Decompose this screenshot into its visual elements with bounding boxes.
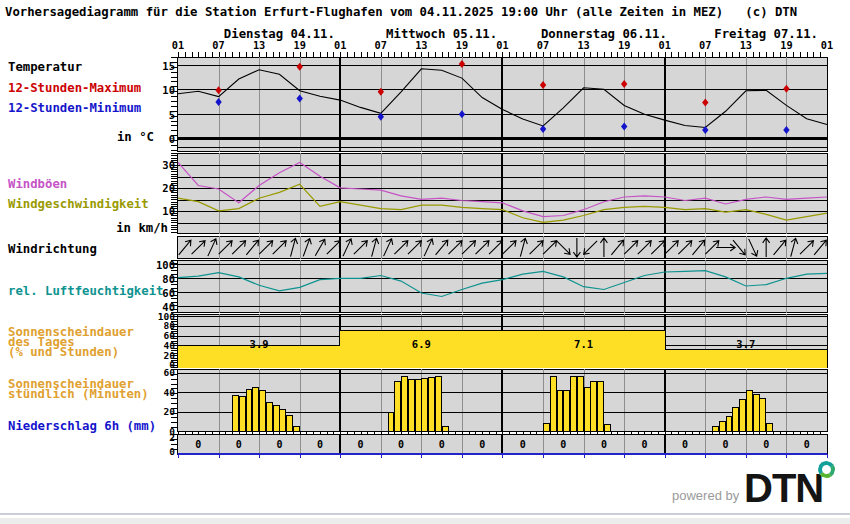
y-tick-label: 60 [133,287,175,299]
label-wind-unit: in km/h [0,223,168,233]
gridline-6h [786,260,787,313]
label-sonnenschein-std-2: stündlich (Minuten) [8,389,149,399]
gridline-6h [219,434,220,453]
sunshine-daily-hours-label: 6.9 [412,338,431,350]
sunshine-hourly-bar [435,376,442,431]
h-gridline [178,137,827,140]
gridline-6h [746,260,747,313]
y-tick-label: 20 [133,406,175,417]
precip-6h-value: 0 [594,439,614,450]
h-gridline [178,177,827,178]
hour-tick-label: 07 [537,39,549,51]
day-boundary-line [339,260,341,313]
hour-tick-label: 01 [172,39,184,51]
gridline-6h [543,260,544,313]
day-boundary-line [664,236,666,259]
gridline-6h [300,236,301,259]
h-gridline [178,392,827,393]
label-windgeschwindigkeit: Windgeschwindigkeit [8,199,149,209]
h-gridline [178,264,827,265]
label-12h-minimum: 12-Stunden-Minimum [8,103,141,113]
precip-6h-value: 0 [797,439,817,450]
precip-6h-value: 0 [716,439,736,450]
day-boundary-line [664,369,666,432]
y-tick-label: 60 [133,367,175,378]
hour-tick-label: 19 [456,39,468,51]
hour-tick-label: 07 [212,39,224,51]
y-tick-label: 10 [133,84,175,96]
label-windrichtung: Windrichtung [8,244,97,254]
gridline-6h [786,236,787,259]
hour-tick-label: 01 [334,39,346,51]
precip-6h-value: 0 [391,439,411,450]
h-gridline [178,165,827,166]
hour-tick-label: 07 [699,39,711,51]
day-label: Donnerstag 06.11. [541,27,667,41]
label-sonnenschein-tag-3: (% und Stunden) [8,347,119,357]
h-gridline [178,306,827,307]
y-tick-label: 15 [133,60,175,72]
h-gridline [178,316,827,317]
precip-6h-value: 0 [756,439,776,450]
label-temp-unit: in °C [0,132,154,142]
hour-tick-label: 01 [659,39,671,51]
h-gridline [178,114,827,115]
sunshine-daily-bar [665,349,827,368]
day-boundary-line [501,260,503,313]
gridline-6h [421,260,422,313]
day-label: Freitag 07.11. [714,27,818,41]
precip-6h-value: 0 [269,439,289,450]
dtn-logo: DTN [744,466,823,511]
precip-6h-value: 0 [675,439,695,450]
gridline-6h [259,434,260,453]
y-tick-label: 30 [133,159,175,171]
day-boundary-line [501,369,503,432]
footer-divider [0,513,850,515]
gridline-6h [705,369,706,432]
gridline-6h [381,369,382,432]
sunshine-daily-hours-label: 3.9 [250,338,269,350]
gridline-6h [786,369,787,432]
gridline-6h [543,434,544,453]
gridline-6h [705,236,706,259]
sunshine-daily-hours-label: 3.7 [736,338,755,350]
gridline-6h [381,236,382,259]
hour-tick-label: 13 [253,39,265,51]
precip-6h-value: 0 [229,439,249,450]
h-gridline [178,373,827,374]
y-tick-label: 10 [133,205,175,217]
meteogram: Vorhersagediagramm für die Station Erfur… [0,0,850,524]
gridline-6h [543,236,544,259]
h-gridline [178,65,827,66]
gridline-6h [584,260,585,313]
precip-6h-value: 0 [472,439,492,450]
gridline-6h [584,434,585,453]
day-boundary-line [339,236,341,259]
label-windboeen: Windböen [8,179,67,189]
gridline-6h [786,434,787,453]
h-gridline [178,147,827,148]
hour-tick-label: 13 [740,39,752,51]
h-gridline [178,200,827,201]
h-gridline [178,326,827,327]
hour-tick-label: 19 [293,39,305,51]
sunshine-hour-ticks [178,432,827,435]
sunshine-hourly-bar [604,424,611,431]
gridline-6h [462,260,463,313]
h-gridline [178,278,827,279]
hour-tick-label: 13 [577,39,589,51]
gridline-6h [219,369,220,432]
day-boundary-line [664,434,666,453]
hour-tick-label: 01 [496,39,508,51]
powered-by-text: powered by [672,488,739,503]
gridline-6h [462,369,463,432]
footer-band [0,518,850,524]
precip-6h-value: 0 [351,439,371,450]
day-boundary-line [501,236,503,259]
day-boundary-line [339,369,341,432]
y-tick-label: 0 [133,133,175,145]
label-12h-maximum: 12-Stunden-Maximum [8,83,141,93]
y-tick-label: 80 [133,273,175,285]
sunshine-hourly-bar [766,423,773,431]
hour-tick-label: 19 [618,39,630,51]
